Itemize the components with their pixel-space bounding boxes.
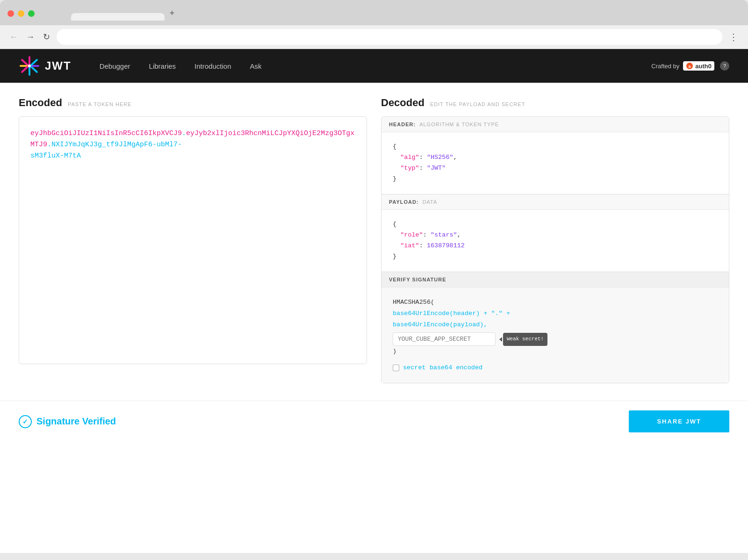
jwt-part3: NXIJYmJqKJ3g_tf9JlMgApF6-ubMl7-sM3fluX-M… (30, 141, 182, 160)
payload-section: PAYLOAD: DATA { "role": "stars", "iat": … (381, 194, 729, 272)
close-window-button[interactable] (7, 10, 14, 17)
header-section-header: HEADER: ALGORITHM & TOKEN TYPE (381, 117, 729, 132)
decoded-sections: HEADER: ALGORITHM & TOKEN TYPE { "alg": … (381, 116, 729, 383)
crafted-by: Crafted by a auth0 ? (651, 61, 729, 71)
verify-section: VERIFY SIGNATURE HMACSHA256( base64UrlEn… (381, 272, 729, 383)
auth0-logo: a auth0 (683, 61, 714, 71)
jwt-part1: eyJhbGciOiJIUzI1NiIsInR5cCI6IkpXVCJ9 (30, 129, 182, 137)
auth0-label: auth0 (695, 63, 712, 70)
forward-icon: → (26, 32, 35, 42)
logo-text: JWT (45, 59, 72, 72)
active-tab[interactable] (71, 13, 165, 21)
verify-body: HMACSHA256( base64UrlEncode(header) + ".… (381, 287, 729, 383)
auth0-icon: a (686, 62, 693, 70)
payload-line-4: } (393, 251, 718, 262)
new-tab-button[interactable]: + (165, 7, 179, 20)
payload-line-2: "role": "stars", (393, 230, 718, 241)
encoded-title: Encoded (19, 97, 62, 109)
encoded-panel: Encoded PASTE A TOKEN HERE eyJhbGciOiJIU… (19, 97, 367, 387)
decoded-panel: Decoded EDIT THE PAYLOAD AND SECRET HEAD… (381, 97, 729, 387)
back-button[interactable]: ← (7, 30, 20, 44)
browser-menu-button[interactable]: ⋮ (727, 29, 741, 44)
verified-icon: ✓ (19, 415, 32, 428)
nav-link-libraries[interactable]: Libraries (149, 62, 176, 70)
share-jwt-button[interactable]: SHARE JWT (629, 410, 729, 432)
encoded-panel-header: Encoded PASTE A TOKEN HERE (19, 97, 367, 109)
browser-tabs: + (43, 7, 207, 21)
payload-label: PAYLOAD: (389, 199, 419, 205)
verify-section-header: VERIFY SIGNATURE (381, 272, 729, 287)
back-icon: ← (9, 32, 18, 42)
maximize-window-button[interactable] (28, 10, 35, 17)
secret-encoded-row: secret base64 encoded (393, 362, 718, 373)
header-line-1: { (393, 142, 718, 152)
verify-label: VERIFY SIGNATURE (389, 277, 446, 282)
jwt-dot-2: . (47, 141, 51, 149)
nav-link-ask[interactable]: Ask (250, 62, 261, 70)
refresh-icon: ↻ (43, 32, 50, 42)
header-sublabel: ALGORITHM & TOKEN TYPE (419, 122, 499, 127)
signature-verified-text: Signature Verified (36, 416, 116, 427)
menu-icon: ⋮ (729, 32, 739, 42)
jwt-dot-1: . (182, 129, 186, 137)
payload-body[interactable]: { "role": "stars", "iat": 1638798112 } (381, 210, 729, 272)
svg-line-2 (22, 60, 28, 65)
nav-links: Debugger Libraries Introduction Ask (100, 62, 652, 70)
app-wrapper: JWT Debugger Libraries Introduction Ask … (0, 49, 748, 553)
encoded-token-box[interactable]: eyJhbGciOiJIUzI1NiIsInR5cCI6IkpXVCJ9.eyJ… (19, 116, 367, 364)
refresh-button[interactable]: ↻ (41, 30, 52, 44)
nav-link-debugger[interactable]: Debugger (100, 62, 130, 70)
payload-section-header: PAYLOAD: DATA (381, 194, 729, 210)
verify-line1: base64UrlEncode(header) + "." + (393, 308, 718, 319)
decoded-panel-header: Decoded EDIT THE PAYLOAD AND SECRET (381, 97, 729, 109)
weak-secret-badge: Weak secret! (503, 333, 547, 346)
base64-label: secret base64 encoded (403, 362, 482, 373)
header-label: HEADER: (389, 122, 416, 127)
secret-input[interactable] (393, 332, 496, 346)
signature-verified: ✓ Signature Verified (19, 415, 116, 428)
base64-checkbox[interactable] (393, 365, 399, 371)
svg-line-7 (31, 60, 37, 65)
tooltip-arrow (499, 337, 502, 342)
header-line-2: "alg": "HS256", (393, 152, 718, 163)
payload-line-3: "iat": 1638798112 (393, 241, 718, 251)
browser-toolbar: ← → ↻ ⋮ (0, 25, 748, 49)
secret-input-row: Weak secret! (393, 332, 718, 346)
payload-sublabel: DATA (423, 199, 438, 205)
header-line-4: } (393, 174, 718, 185)
app-nav: JWT Debugger Libraries Introduction Ask … (0, 49, 748, 83)
payload-line-1: { (393, 219, 718, 230)
browser-chrome: + ← → ↻ ⋮ (0, 0, 748, 49)
app-logo: JWT (19, 55, 72, 77)
address-bar[interactable] (57, 29, 722, 45)
main-content: Encoded PASTE A TOKEN HERE eyJhbGciOiJIU… (0, 83, 748, 401)
header-body[interactable]: { "alg": "HS256", "typ": "JWT" } (381, 132, 729, 194)
decoded-title: Decoded (381, 97, 424, 109)
app-footer: ✓ Signature Verified SHARE JWT (0, 401, 748, 442)
jwt-logo-icon (19, 55, 40, 77)
svg-line-3 (31, 66, 37, 72)
encoded-subtitle: PASTE A TOKEN HERE (68, 101, 132, 107)
crafted-by-text: Crafted by (651, 63, 679, 70)
new-tab-icon: + (170, 8, 175, 18)
verify-fn-name: HMACSHA256( (393, 297, 718, 308)
header-line-3: "typ": "JWT" (393, 163, 718, 174)
help-icon: ? (723, 63, 726, 69)
header-section: HEADER: ALGORITHM & TOKEN TYPE { "alg": … (381, 117, 729, 194)
minimize-window-button[interactable] (18, 10, 24, 17)
decoded-subtitle: EDIT THE PAYLOAD AND SECRET (430, 101, 525, 107)
verify-close: ) (393, 346, 718, 357)
forward-button[interactable]: → (24, 30, 36, 44)
verify-line2: base64UrlEncode(payload), (393, 319, 718, 330)
browser-titlebar: + (0, 0, 748, 25)
nav-link-introduction[interactable]: Introduction (194, 62, 231, 70)
svg-point-8 (28, 65, 31, 67)
help-button[interactable]: ? (720, 61, 729, 71)
traffic-lights (7, 10, 35, 17)
share-jwt-label: SHARE JWT (657, 418, 701, 425)
svg-line-6 (22, 66, 28, 72)
